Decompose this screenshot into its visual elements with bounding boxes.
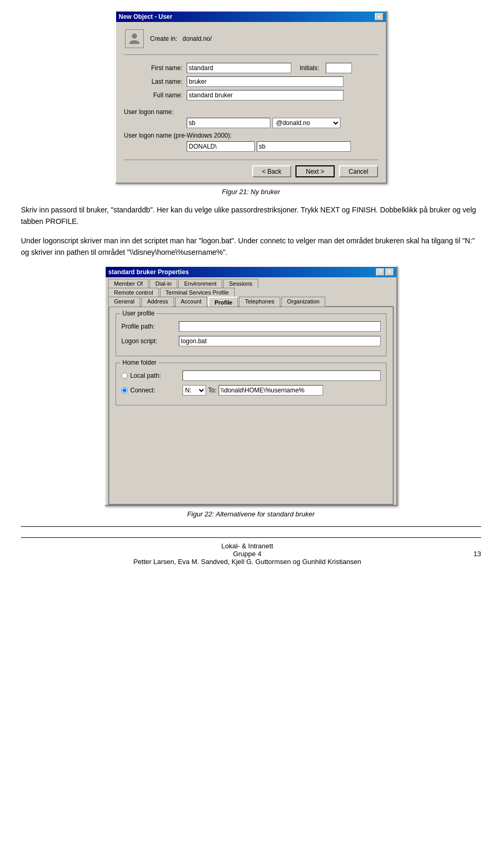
- connect-radio[interactable]: [121, 387, 128, 393]
- next-button[interactable]: Next >: [295, 165, 335, 177]
- profile-path-input[interactable]: [179, 321, 381, 332]
- user-profile-group: User profile Profile path: Logon script:: [116, 313, 386, 356]
- domain-select[interactable]: @donald.no: [272, 118, 340, 128]
- logon-name-label: User logon name:: [124, 108, 174, 116]
- titlebar-buttons: ×: [375, 13, 383, 20]
- connect-to-label: To:: [208, 387, 216, 394]
- tab-member-of[interactable]: Member Of: [108, 279, 149, 288]
- local-path-radio-label: Local path:: [130, 372, 182, 379]
- pre-windows-inputs: [187, 141, 351, 152]
- tab-address[interactable]: Address: [141, 297, 174, 307]
- logon-name-row: @donald.no: [124, 118, 378, 128]
- logon-script-row: Logon script:: [121, 336, 381, 346]
- footer-line3: Petter Larsen, Eva M. Sandved, Kjell G. …: [21, 558, 474, 566]
- tab-telephones[interactable]: Telephones: [239, 297, 280, 307]
- tab-dial-in[interactable]: Dial-in: [150, 279, 177, 288]
- props-close-icon[interactable]: ×: [385, 268, 394, 276]
- full-name-row: Full name:: [124, 90, 378, 100]
- footer-center: Lokal- & Intranett Gruppe 4 Petter Larse…: [21, 542, 474, 566]
- new-object-user-dialog: New Object - User × Create: [115, 10, 387, 184]
- full-name-input[interactable]: [187, 90, 344, 100]
- tab-remote-control[interactable]: Remote control: [108, 288, 159, 297]
- dialog1-titlebar: New Object - User ×: [116, 12, 386, 22]
- dialog1-content: Create in: donald.no/ First name: Initia…: [116, 22, 386, 183]
- footer-line2: Gruppe 4: [21, 550, 474, 558]
- logon-name-inputs: @donald.no: [187, 118, 340, 128]
- home-folder-group: Home folder Local path: Connect: N: T: [116, 363, 386, 405]
- logon-script-input[interactable]: [179, 336, 381, 346]
- connect-radio-label: Connect:: [130, 387, 182, 394]
- connect-inputs: N: To:: [182, 385, 323, 396]
- svg-point-0: [132, 33, 137, 39]
- tab-profile[interactable]: Profile: [208, 297, 238, 307]
- body-text-2: Under logonscript skriver man inn det sc…: [21, 235, 481, 258]
- create-in-row: Create in: donald.no/: [124, 28, 378, 55]
- first-name-label: First name:: [124, 64, 187, 72]
- tab-strip-row3: General Address Account Profile Telephon…: [106, 296, 396, 306]
- logon-script-label: Logon script:: [121, 337, 179, 345]
- tab-account[interactable]: Account: [175, 297, 208, 307]
- local-path-radio[interactable]: [121, 373, 128, 379]
- local-path-input[interactable]: [182, 370, 381, 381]
- page-number: 13: [474, 550, 481, 558]
- help-icon[interactable]: ?: [376, 268, 384, 276]
- initials-label: Initials:: [300, 64, 319, 72]
- initials-input[interactable]: [326, 63, 352, 73]
- user-profile-group-title: User profile: [120, 310, 156, 317]
- pre-windows-domain-input[interactable]: [187, 141, 255, 152]
- tab-environment[interactable]: Environment: [178, 279, 222, 288]
- first-name-row: First name: Initials:: [124, 63, 378, 73]
- profile-path-label: Profile path:: [121, 323, 179, 330]
- footer-line1: Lokal- & Intranett: [21, 542, 474, 550]
- last-name-row: Last name:: [124, 76, 378, 87]
- back-button[interactable]: < Back: [252, 165, 291, 177]
- last-name-input[interactable]: [187, 76, 344, 87]
- connect-drive-select[interactable]: N:: [182, 385, 206, 396]
- close-icon[interactable]: ×: [375, 13, 383, 20]
- caption1: Figur 21: Ny bruker: [21, 188, 481, 196]
- body-text-1: Skriv inn passord til bruker, "standardd…: [21, 204, 481, 228]
- full-name-label: Full name:: [124, 92, 187, 99]
- props-title: standard bruker Properties: [108, 268, 189, 276]
- last-name-label: Last name:: [124, 78, 187, 85]
- local-path-radio-row: Local path:: [121, 370, 381, 381]
- tab-strip-row2: Remote control Terminal Services Profile: [106, 287, 396, 296]
- user-avatar: [125, 29, 144, 48]
- connect-to-input[interactable]: [219, 385, 323, 396]
- home-folder-group-title: Home folder: [120, 359, 158, 366]
- connect-radio-row: Connect: N: To:: [121, 385, 381, 396]
- tab-sessions[interactable]: Sessions: [223, 279, 258, 288]
- dialog1-title: New Object - User: [119, 13, 173, 20]
- first-name-input[interactable]: [187, 63, 291, 73]
- pre-windows-user-input[interactable]: [257, 141, 351, 152]
- user-icon: [124, 28, 145, 49]
- caption2: Figur 22: Alternativene for standard bru…: [21, 510, 481, 518]
- tab-terminal-services[interactable]: Terminal Services Profile: [160, 288, 235, 297]
- page-container: New Object - User × Create: [0, 0, 502, 581]
- properties-dialog: standard bruker Properties ? × Member Of…: [105, 266, 397, 506]
- dialog1-buttons: < Back Next > Cancel: [124, 160, 378, 177]
- tab-organization[interactable]: Organization: [281, 297, 325, 307]
- tab-profile-content: User profile Profile path: Logon script:…: [108, 306, 394, 505]
- pre-windows-row: [124, 141, 378, 152]
- props-titlebar-buttons: ? ×: [376, 268, 394, 276]
- tab-general[interactable]: General: [108, 297, 140, 307]
- props-titlebar: standard bruker Properties ? ×: [106, 267, 396, 277]
- cancel-button[interactable]: Cancel: [339, 165, 378, 177]
- tab-strip-row1: Member Of Dial-in Environment Sessions: [106, 278, 396, 287]
- page-footer: Lokal- & Intranett Gruppe 4 Petter Larse…: [21, 537, 481, 566]
- profile-path-row: Profile path:: [121, 321, 381, 332]
- logon-name-input[interactable]: [187, 118, 270, 128]
- footer-separator: [21, 526, 481, 527]
- pre-windows-label: User logon name (pre-Windows 2000):: [124, 132, 232, 139]
- create-in-label: Create in: donald.no/: [150, 35, 212, 42]
